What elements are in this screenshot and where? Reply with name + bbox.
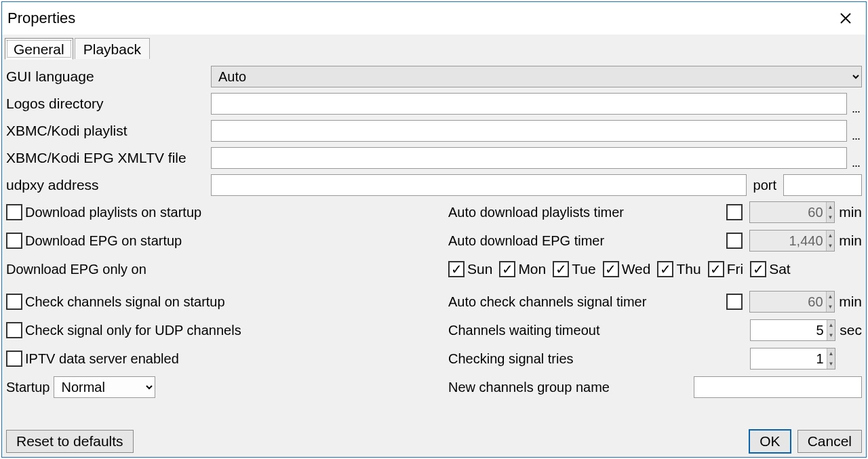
day-wed-label: Wed	[622, 261, 651, 277]
stepper-arrows-icon: ▲▼	[826, 231, 835, 251]
auto-check-signal-timer-stepper[interactable]: 60 ▲▼	[749, 291, 835, 313]
auto-dl-epg-timer-checkbox[interactable]	[726, 233, 743, 249]
footer: Reset to defaults OK Cancel	[2, 427, 866, 457]
iptv-server-enabled-checkbox[interactable]	[6, 351, 22, 367]
checking-tries-label: Checking signal tries	[448, 351, 750, 367]
day-wed-checkbox[interactable]	[603, 261, 619, 277]
kodi-playlist-browse-button[interactable]: ...	[850, 123, 862, 139]
auto-dl-epg-timer-stepper[interactable]: 1,440 ▲▼	[749, 230, 835, 252]
tab-playback[interactable]: Playback	[75, 38, 150, 59]
day-sun-checkbox[interactable]	[448, 261, 465, 277]
kodi-epg-browse-button[interactable]: ...	[850, 150, 862, 166]
udpxy-port-input[interactable]	[783, 174, 862, 196]
check-signal-startup-checkbox[interactable]	[6, 294, 22, 310]
startup-label: Startup	[6, 380, 50, 395]
logos-dir-input[interactable]	[211, 93, 847, 115]
new-group-name-label: New channels group name	[448, 380, 694, 395]
tab-strip: General Playback	[2, 35, 866, 59]
auto-dl-playlists-timer-label: Auto download playlists timer	[448, 205, 726, 220]
day-thu-checkbox[interactable]	[657, 261, 673, 277]
udpxy-port-label: port	[753, 178, 776, 193]
startup-select[interactable]: Normal	[54, 376, 155, 398]
auto-check-signal-timer-checkbox[interactable]	[726, 294, 743, 310]
day-sun-label: Sun	[467, 261, 492, 277]
dl-epg-startup-label: Download EPG on startup	[25, 233, 182, 249]
dl-epg-startup-checkbox[interactable]	[6, 233, 22, 249]
check-signal-udp-only-label: Check signal only for UDP channels	[25, 323, 241, 338]
unit-min: min	[839, 294, 862, 310]
kodi-epg-label: XBMC/Kodi EPG XMLTV file	[6, 150, 211, 166]
day-mon-label: Mon	[518, 261, 546, 277]
day-tue: Tue	[553, 261, 595, 277]
auto-dl-epg-timer-label: Auto download EPG timer	[448, 233, 726, 249]
check-signal-startup-label: Check channels signal on startup	[25, 294, 225, 310]
day-fri-label: Fri	[727, 261, 744, 277]
unit-min: min	[839, 204, 862, 220]
day-mon-checkbox[interactable]	[499, 261, 515, 277]
day-fri: Fri	[708, 261, 744, 277]
gui-language-label: GUI language	[6, 68, 211, 85]
stepper-arrows-icon: ▲▼	[826, 202, 835, 222]
new-group-name-input[interactable]	[694, 376, 862, 398]
day-wed: Wed	[603, 261, 651, 277]
day-sat-label: Sat	[769, 261, 791, 277]
kodi-playlist-input[interactable]	[211, 120, 847, 142]
dl-playlists-startup-label: Download playlists on startup	[25, 205, 201, 220]
unit-sec: sec	[840, 322, 862, 338]
properties-window: Properties General Playback GUI language…	[1, 1, 867, 458]
ok-button[interactable]: OK	[749, 430, 790, 453]
iptv-server-enabled-label: IPTV data server enabled	[25, 351, 179, 367]
auto-check-signal-timer-label: Auto check channels signal timer	[448, 294, 726, 310]
day-sat: Sat	[750, 261, 791, 277]
day-fri-checkbox[interactable]	[708, 261, 724, 277]
reset-button[interactable]: Reset to defaults	[6, 430, 134, 453]
udpxy-addr-input[interactable]	[211, 174, 747, 196]
close-button[interactable]	[833, 6, 858, 31]
stepper-arrows-icon: ▲▼	[827, 320, 835, 340]
stepper-arrows-icon: ▲▼	[826, 292, 835, 312]
window-title: Properties	[7, 9, 75, 27]
checking-tries-stepper[interactable]: 1 ▲▼	[750, 348, 835, 370]
udpxy-addr-label: udpxy address	[6, 177, 211, 193]
gui-language-select[interactable]: Auto	[211, 66, 862, 87]
logos-dir-browse-button[interactable]: ...	[850, 96, 862, 112]
kodi-epg-input[interactable]	[211, 147, 847, 169]
day-sun: Sun	[448, 261, 492, 277]
check-signal-udp-only-checkbox[interactable]	[6, 322, 22, 338]
tab-content: GUI language Auto Logos directory ... XB…	[2, 59, 866, 427]
auto-dl-playlists-timer-checkbox[interactable]	[726, 204, 743, 220]
titlebar: Properties	[2, 2, 866, 35]
day-thu: Thu	[657, 261, 701, 277]
stepper-arrows-icon: ▲▼	[827, 348, 835, 369]
tab-general[interactable]: General	[5, 38, 73, 60]
cancel-button[interactable]: Cancel	[797, 430, 862, 453]
logos-dir-label: Logos directory	[6, 96, 211, 112]
auto-dl-playlists-timer-stepper[interactable]: 60 ▲▼	[749, 201, 835, 223]
kodi-playlist-label: XBMC/Kodi playlist	[6, 123, 211, 139]
day-sat-checkbox[interactable]	[750, 261, 766, 277]
channels-wait-timeout-stepper[interactable]: 5 ▲▼	[750, 319, 835, 341]
unit-min: min	[839, 233, 862, 249]
close-icon	[840, 12, 852, 24]
dl-epg-only-on-label: Download EPG only on	[6, 262, 146, 277]
dl-playlists-startup-checkbox[interactable]	[6, 204, 22, 220]
day-mon: Mon	[499, 261, 546, 277]
day-thu-label: Thu	[676, 261, 701, 277]
day-tue-label: Tue	[572, 261, 595, 277]
channels-wait-timeout-label: Channels waiting timeout	[448, 323, 750, 338]
day-tue-checkbox[interactable]	[553, 261, 569, 277]
days-row: SunMonTueWedThuFriSat	[448, 261, 862, 277]
